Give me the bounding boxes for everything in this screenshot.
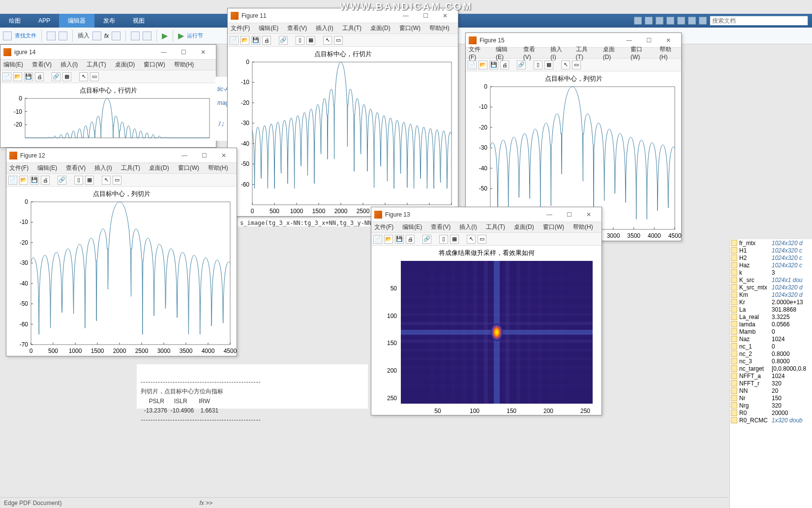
- save-icon[interactable]: 💾: [30, 176, 39, 185]
- tile1-icon[interactable]: ▯: [534, 61, 542, 69]
- link-icon[interactable]: 🔗: [58, 176, 66, 185]
- tab-app[interactable]: APP: [30, 14, 59, 28]
- workspace-row[interactable]: nc_10: [730, 343, 812, 350]
- link-icon[interactable]: 🔗: [422, 235, 431, 244]
- menu-tools[interactable]: 工具(T): [342, 24, 361, 32]
- pointer-icon[interactable]: ↖: [79, 72, 88, 81]
- menu-tools[interactable]: 工具(T): [486, 223, 505, 231]
- open-icon[interactable]: 📂: [479, 61, 487, 69]
- open-icon[interactable]: 📂: [13, 72, 22, 81]
- menu-insert[interactable]: 插入(I): [316, 24, 333, 32]
- layout-icon[interactable]: ▭: [478, 235, 486, 244]
- close-button[interactable]: ✕: [193, 49, 213, 56]
- tile1-icon[interactable]: ▯: [74, 176, 83, 185]
- minimize-button[interactable]: —: [175, 152, 194, 159]
- menu-help[interactable]: 帮助(H): [208, 164, 228, 172]
- maximize-button[interactable]: ☐: [416, 12, 435, 19]
- new-icon[interactable]: 📄: [468, 61, 477, 69]
- minimize-button[interactable]: —: [619, 37, 639, 44]
- nav-right-icon[interactable]: [59, 32, 67, 40]
- indent-icon[interactable]: [131, 32, 140, 40]
- save-icon[interactable]: [634, 17, 642, 25]
- pointer-icon[interactable]: ↖: [102, 176, 111, 185]
- link-icon[interactable]: 🔗: [52, 72, 60, 81]
- workspace-row[interactable]: K_src1024x1 dou: [730, 276, 812, 284]
- menu-desktop[interactable]: 桌面(D): [115, 61, 135, 69]
- workspace-row[interactable]: Km1024x320 d: [730, 291, 812, 298]
- menu-insert[interactable]: 插入(I): [550, 45, 567, 61]
- workspace-row[interactable]: La_real3.3225: [730, 313, 812, 320]
- copy-icon[interactable]: [656, 17, 663, 25]
- menu-window[interactable]: 窗口(W): [399, 24, 421, 32]
- close-button[interactable]: ✕: [579, 211, 599, 218]
- tile2-icon[interactable]: ▦: [450, 235, 459, 244]
- workspace-row[interactable]: NFFT_r320: [730, 380, 812, 387]
- new-icon[interactable]: 📄: [230, 36, 239, 45]
- workspace-row[interactable]: Nr150: [730, 394, 812, 402]
- tile1-icon[interactable]: ▯: [439, 235, 448, 244]
- menu-file[interactable]: 文件(F): [469, 45, 487, 61]
- workspace-row[interactable]: R020000: [730, 409, 812, 416]
- cut-icon[interactable]: [645, 17, 653, 25]
- menu-help[interactable]: 帮助(H): [174, 61, 194, 69]
- minimize-button[interactable]: —: [540, 211, 559, 218]
- tab-view[interactable]: 视图: [124, 14, 153, 28]
- workspace-row[interactable]: NFFT_a1024: [730, 372, 812, 380]
- menu-window[interactable]: 窗口(W): [144, 61, 165, 69]
- menu-window[interactable]: 窗口(W): [631, 45, 651, 61]
- workspace-row[interactable]: La301.8868: [730, 306, 812, 313]
- tile2-icon[interactable]: ▦: [306, 36, 315, 45]
- workspace-row[interactable]: nc_20.8000: [730, 350, 812, 357]
- tile2-icon[interactable]: ▦: [544, 61, 553, 69]
- menu-view[interactable]: 查看(V): [287, 24, 307, 32]
- search-input[interactable]: [710, 16, 808, 26]
- menu-edit[interactable]: 编辑(E): [3, 61, 23, 69]
- run-section[interactable]: 运行节: [187, 32, 203, 39]
- outdent-icon[interactable]: [143, 32, 151, 40]
- menu-help[interactable]: 帮助(H): [660, 45, 678, 61]
- menu-edit[interactable]: 编辑(E): [259, 24, 278, 32]
- new-icon[interactable]: 📄: [373, 235, 382, 244]
- save-icon[interactable]: 💾: [395, 235, 404, 244]
- workspace-row[interactable]: lamda0.0566: [730, 320, 812, 328]
- close-button[interactable]: ✕: [214, 152, 234, 159]
- workspace-row[interactable]: Mamb0: [730, 328, 812, 335]
- print-icon[interactable]: 🖨: [406, 235, 415, 244]
- menu-view[interactable]: 查看(V): [523, 45, 542, 61]
- new-icon[interactable]: 📄: [8, 176, 17, 185]
- menu-window[interactable]: 窗口(W): [543, 223, 564, 231]
- menu-view[interactable]: 查看(V): [66, 164, 86, 172]
- menu-desktop[interactable]: 桌面(D): [370, 24, 391, 32]
- workspace-row[interactable]: nc_target[0,0.8000,0.8: [730, 365, 812, 372]
- tile-icon[interactable]: ▦: [62, 72, 71, 81]
- menu-desktop[interactable]: 桌面(D): [149, 164, 169, 172]
- close-button[interactable]: ✕: [435, 12, 455, 19]
- link-icon[interactable]: 🔗: [517, 61, 526, 69]
- redo-icon[interactable]: [688, 17, 696, 25]
- menu-view[interactable]: 查看(V): [431, 223, 451, 231]
- menu-tools[interactable]: 工具(T): [87, 61, 106, 69]
- pointer-icon[interactable]: ↖: [467, 235, 476, 244]
- nav-left-icon[interactable]: [47, 32, 56, 40]
- print-icon[interactable]: 🖨: [262, 36, 271, 45]
- menu-view[interactable]: 查看(V): [32, 61, 52, 69]
- save-icon[interactable]: 💾: [251, 36, 260, 45]
- fx-prompt[interactable]: fx >>: [199, 500, 212, 507]
- menu-tools[interactable]: 工具(T): [121, 164, 140, 172]
- menu-insert[interactable]: 插入(I): [60, 61, 78, 69]
- find-files[interactable]: 查找文件: [15, 32, 36, 39]
- workspace-row[interactable]: K_src_mtx1024x320 d: [730, 284, 812, 291]
- workspace-row[interactable]: Nrg320: [730, 402, 812, 409]
- minimize-button[interactable]: —: [396, 12, 416, 19]
- workspace-row[interactable]: Haz1024x320 c: [730, 261, 812, 269]
- help-icon[interactable]: [699, 17, 707, 25]
- workspace-row[interactable]: fr_mtx1024x320 d: [730, 239, 812, 247]
- workspace-row[interactable]: nc_30.8000: [730, 357, 812, 365]
- open-icon[interactable]: 📂: [241, 36, 249, 45]
- workspace-row[interactable]: R0_RCMC1x320 doub: [730, 416, 812, 424]
- print-icon[interactable]: 🖨: [500, 61, 509, 69]
- menu-edit[interactable]: 编辑(E): [496, 45, 514, 61]
- workspace-row[interactable]: H11024x320 c: [730, 247, 812, 254]
- open-icon[interactable]: 📂: [384, 235, 393, 244]
- undo-icon[interactable]: [677, 17, 685, 25]
